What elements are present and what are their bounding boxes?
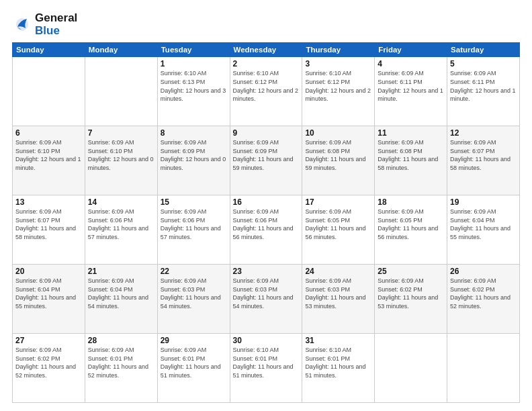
calendar-cell: 15Sunrise: 6:09 AM Sunset: 6:06 PM Dayli… <box>157 195 230 265</box>
day-info: Sunrise: 6:09 AM Sunset: 6:08 PM Dayligh… <box>378 138 444 172</box>
day-info: Sunrise: 6:09 AM Sunset: 6:10 PM Dayligh… <box>15 138 82 172</box>
calendar-cell: 2Sunrise: 6:10 AM Sunset: 6:12 PM Daylig… <box>230 57 302 126</box>
calendar-cell <box>375 334 447 403</box>
calendar-cell: 25Sunrise: 6:09 AM Sunset: 6:02 PM Dayli… <box>375 265 447 334</box>
day-info: Sunrise: 6:09 AM Sunset: 6:04 PM Dayligh… <box>450 208 517 241</box>
day-info: Sunrise: 6:10 AM Sunset: 6:12 PM Dayligh… <box>233 69 300 103</box>
day-number: 28 <box>88 336 154 345</box>
calendar-cell: 8Sunrise: 6:09 AM Sunset: 6:09 PM Daylig… <box>157 126 230 195</box>
day-info: Sunrise: 6:09 AM Sunset: 6:09 PM Dayligh… <box>161 138 227 172</box>
calendar-cell: 22Sunrise: 6:09 AM Sunset: 6:03 PM Dayli… <box>157 265 230 334</box>
calendar-cell: 13Sunrise: 6:09 AM Sunset: 6:07 PM Dayli… <box>13 195 85 265</box>
logo-text: General Blue <box>35 12 77 37</box>
calendar-cell <box>13 57 85 126</box>
calendar-cell: 11Sunrise: 6:09 AM Sunset: 6:08 PM Dayli… <box>375 126 447 195</box>
day-number: 1 <box>161 59 227 68</box>
day-number: 2 <box>233 59 300 68</box>
calendar-cell <box>447 334 520 403</box>
calendar-cell: 7Sunrise: 6:09 AM Sunset: 6:10 PM Daylig… <box>85 126 157 195</box>
day-number: 13 <box>15 197 82 207</box>
day-info: Sunrise: 6:09 AM Sunset: 6:07 PM Dayligh… <box>15 208 82 241</box>
day-info: Sunrise: 6:09 AM Sunset: 6:11 PM Dayligh… <box>450 69 517 103</box>
calendar-cell: 21Sunrise: 6:09 AM Sunset: 6:04 PM Dayli… <box>85 265 157 334</box>
day-info: Sunrise: 6:09 AM Sunset: 6:01 PM Dayligh… <box>88 346 154 379</box>
day-number: 25 <box>378 267 444 276</box>
day-info: Sunrise: 6:09 AM Sunset: 6:03 PM Dayligh… <box>233 277 300 310</box>
calendar-cell: 12Sunrise: 6:09 AM Sunset: 6:07 PM Dayli… <box>447 126 520 195</box>
calendar-cell: 24Sunrise: 6:09 AM Sunset: 6:03 PM Dayli… <box>302 265 375 334</box>
day-number: 17 <box>305 197 371 207</box>
weekday-header-row: SundayMondayTuesdayWednesdayThursdayFrid… <box>13 43 520 57</box>
calendar-cell: 5Sunrise: 6:09 AM Sunset: 6:11 PM Daylig… <box>447 57 520 126</box>
week-row-2: 6Sunrise: 6:09 AM Sunset: 6:10 PM Daylig… <box>13 126 520 195</box>
day-number: 30 <box>233 336 300 345</box>
calendar-cell: 6Sunrise: 6:09 AM Sunset: 6:10 PM Daylig… <box>13 126 85 195</box>
calendar-cell: 20Sunrise: 6:09 AM Sunset: 6:04 PM Dayli… <box>13 265 85 334</box>
calendar-cell: 10Sunrise: 6:09 AM Sunset: 6:08 PM Dayli… <box>302 126 375 195</box>
weekday-header-saturday: Saturday <box>447 43 520 57</box>
weekday-header-thursday: Thursday <box>302 43 375 57</box>
day-number: 27 <box>15 336 82 345</box>
calendar-cell: 3Sunrise: 6:10 AM Sunset: 6:12 PM Daylig… <box>302 57 375 126</box>
day-info: Sunrise: 6:09 AM Sunset: 6:02 PM Dayligh… <box>15 346 82 379</box>
day-number: 23 <box>233 267 300 276</box>
calendar-cell: 9Sunrise: 6:09 AM Sunset: 6:09 PM Daylig… <box>230 126 302 195</box>
calendar-cell: 27Sunrise: 6:09 AM Sunset: 6:02 PM Dayli… <box>13 334 85 403</box>
calendar-cell: 26Sunrise: 6:09 AM Sunset: 6:02 PM Dayli… <box>447 265 520 334</box>
week-row-1: 1Sunrise: 6:10 AM Sunset: 6:13 PM Daylig… <box>13 57 520 126</box>
day-number: 16 <box>233 197 300 207</box>
day-info: Sunrise: 6:09 AM Sunset: 6:08 PM Dayligh… <box>305 138 371 172</box>
day-info: Sunrise: 6:09 AM Sunset: 6:04 PM Dayligh… <box>88 277 154 310</box>
day-info: Sunrise: 6:09 AM Sunset: 6:04 PM Dayligh… <box>15 277 82 310</box>
day-info: Sunrise: 6:09 AM Sunset: 6:06 PM Dayligh… <box>233 208 300 241</box>
day-info: Sunrise: 6:09 AM Sunset: 6:05 PM Dayligh… <box>378 208 444 241</box>
day-number: 5 <box>450 59 517 68</box>
day-number: 8 <box>161 128 227 138</box>
day-number: 19 <box>450 197 517 207</box>
day-info: Sunrise: 6:09 AM Sunset: 6:09 PM Dayligh… <box>233 138 300 172</box>
day-number: 7 <box>88 128 154 138</box>
calendar-cell: 14Sunrise: 6:09 AM Sunset: 6:06 PM Dayli… <box>85 195 157 265</box>
day-info: Sunrise: 6:09 AM Sunset: 6:06 PM Dayligh… <box>88 208 154 241</box>
calendar-cell: 28Sunrise: 6:09 AM Sunset: 6:01 PM Dayli… <box>85 334 157 403</box>
day-info: Sunrise: 6:09 AM Sunset: 6:07 PM Dayligh… <box>450 138 517 172</box>
day-info: Sunrise: 6:09 AM Sunset: 6:05 PM Dayligh… <box>305 208 371 241</box>
weekday-header-wednesday: Wednesday <box>230 43 302 57</box>
day-info: Sunrise: 6:10 AM Sunset: 6:12 PM Dayligh… <box>305 69 371 103</box>
day-number: 22 <box>161 267 227 276</box>
day-number: 6 <box>15 128 82 138</box>
day-number: 18 <box>378 197 444 207</box>
day-info: Sunrise: 6:09 AM Sunset: 6:02 PM Dayligh… <box>450 277 517 310</box>
day-number: 11 <box>378 128 444 138</box>
day-info: Sunrise: 6:09 AM Sunset: 6:03 PM Dayligh… <box>161 277 227 310</box>
logo: General Blue <box>12 12 77 37</box>
day-info: Sunrise: 6:09 AM Sunset: 6:01 PM Dayligh… <box>161 346 227 379</box>
day-number: 26 <box>450 267 517 276</box>
day-info: Sunrise: 6:10 AM Sunset: 6:01 PM Dayligh… <box>233 346 300 379</box>
day-number: 3 <box>305 59 371 68</box>
calendar-cell <box>85 57 157 126</box>
day-number: 10 <box>305 128 371 138</box>
day-number: 20 <box>15 267 82 276</box>
day-number: 29 <box>161 336 227 345</box>
day-info: Sunrise: 6:10 AM Sunset: 6:13 PM Dayligh… <box>161 69 227 103</box>
week-row-3: 13Sunrise: 6:09 AM Sunset: 6:07 PM Dayli… <box>13 195 520 265</box>
calendar-cell: 16Sunrise: 6:09 AM Sunset: 6:06 PM Dayli… <box>230 195 302 265</box>
calendar-cell: 23Sunrise: 6:09 AM Sunset: 6:03 PM Dayli… <box>230 265 302 334</box>
logo-icon <box>12 15 32 35</box>
calendar-cell: 18Sunrise: 6:09 AM Sunset: 6:05 PM Dayli… <box>375 195 447 265</box>
day-info: Sunrise: 6:09 AM Sunset: 6:02 PM Dayligh… <box>378 277 444 310</box>
week-row-5: 27Sunrise: 6:09 AM Sunset: 6:02 PM Dayli… <box>13 334 520 403</box>
day-info: Sunrise: 6:09 AM Sunset: 6:10 PM Dayligh… <box>88 138 154 172</box>
calendar-cell: 1Sunrise: 6:10 AM Sunset: 6:13 PM Daylig… <box>157 57 230 126</box>
calendar-cell: 19Sunrise: 6:09 AM Sunset: 6:04 PM Dayli… <box>447 195 520 265</box>
day-number: 14 <box>88 197 154 207</box>
weekday-header-monday: Monday <box>85 43 157 57</box>
day-number: 9 <box>233 128 300 138</box>
weekday-header-tuesday: Tuesday <box>157 43 230 57</box>
header: General Blue <box>12 12 520 37</box>
calendar-cell: 31Sunrise: 6:10 AM Sunset: 6:01 PM Dayli… <box>302 334 375 403</box>
day-info: Sunrise: 6:09 AM Sunset: 6:11 PM Dayligh… <box>378 69 444 103</box>
weekday-header-sunday: Sunday <box>13 43 85 57</box>
calendar-cell: 30Sunrise: 6:10 AM Sunset: 6:01 PM Dayli… <box>230 334 302 403</box>
